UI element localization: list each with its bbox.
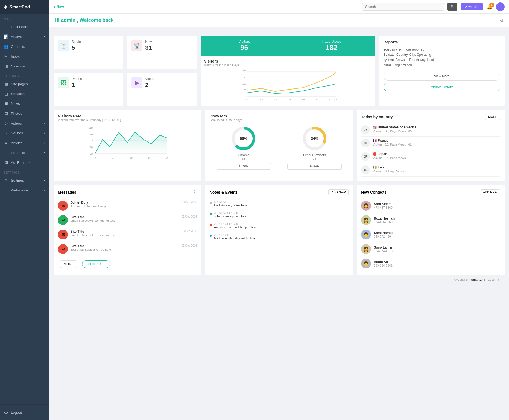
sidebar-item-calendar[interactable]: ▦ Calendar — [0, 61, 49, 71]
svg-text:2.5: 2.5 — [90, 152, 94, 155]
welcome-bar: Hi admin , Welcome back ⚙ — [49, 14, 509, 27]
contact-5: 👨 Adam Ali 589-234-2342 — [361, 256, 500, 271]
website-button[interactable]: ↗ website — [461, 3, 483, 10]
inbox-icon: ✉ — [4, 54, 8, 58]
reports-title: Reports — [384, 40, 500, 44]
compose-button[interactable]: COMPOSE — [82, 260, 110, 268]
sidebar-label-articles: Articles — [11, 141, 23, 145]
msg-date-2: 03 Dec 2016 — [182, 215, 197, 218]
notes-add-new-button[interactable]: ADD NEW — [328, 189, 349, 195]
notifications-bell[interactable]: 🔔 17 — [487, 4, 493, 10]
sidebar-item-photos[interactable]: ▨ Photos — [0, 108, 49, 118]
chrome-donut-svg: 66% — [230, 125, 257, 152]
country-fr: FR 🇫🇷 France Visitors : 20, Page Views :… — [361, 137, 500, 150]
sidebar-item-inbox[interactable]: ✉ Inbox — [0, 51, 49, 61]
country-jp: JP 🔴 Japan Visitors : 14, Page Views : 1… — [361, 150, 500, 163]
country-card: Today by country MORE US 🇺🇸 United State… — [357, 110, 505, 181]
sidebar-label-services: Services — [11, 92, 25, 96]
sidebar-item-site-pages[interactable]: ▤ Site pages — [0, 79, 49, 89]
country-ie: IE 🇮🇪 Ireland Visitors : 9, Page Views :… — [361, 163, 500, 177]
svg-text:5.0: 5.0 — [90, 146, 94, 149]
sidebar-item-news[interactable]: ▣ News — [0, 99, 49, 108]
photos-stat-icon: 🖼 — [58, 77, 69, 88]
other-donut-svg: 34% — [301, 125, 328, 152]
services-icon: ◫ — [4, 91, 8, 96]
sidebar-label-settings: Settings — [11, 178, 24, 182]
visitors-rate-title: Visitors Rate — [58, 114, 197, 118]
sidebar-item-settings[interactable]: ⚙ Settings ▾ — [0, 175, 49, 185]
chrome-more-button[interactable]: MORE — [217, 163, 271, 170]
search-icon[interactable]: 🔍 — [447, 3, 457, 11]
note-body-1: 2017-12-01 I will store my notes here — [214, 201, 247, 207]
contacts-icon: 👥 — [4, 44, 8, 49]
sidebar-item-logout[interactable]: ⏻ Logout — [0, 407, 49, 417]
sidebar-item-contacts[interactable]: 👥 Contacts — [0, 42, 49, 51]
logo[interactable]: ◈ SmartEnd — [0, 0, 49, 14]
visitors-stat-value: 96 — [206, 43, 282, 52]
search-container — [362, 3, 444, 11]
services-stat-card: 🍸 Services 5 — [54, 36, 123, 69]
country-more-button[interactable]: MORE — [485, 114, 500, 120]
analytics-arrow: ▾ — [44, 35, 45, 38]
msg-avatar-4: ✉ — [58, 244, 68, 254]
sidebar-label-webmaster: Webmaster — [11, 188, 29, 192]
contacts-add-new-button[interactable]: ADD NEW — [480, 189, 500, 195]
topbar: + New 🔍 ↗ website 🔔 17 — [49, 0, 509, 14]
services-stat-label: Services — [72, 40, 84, 44]
sidebar-label-ad-banners: Ad. Banners — [11, 161, 31, 165]
photos-icon: ▨ — [4, 111, 8, 116]
videos-icon: ▷ — [4, 121, 8, 125]
sidebar-item-analytics[interactable]: 📊 Analytics ▾ — [0, 32, 49, 42]
welcome-heading: Hi admin , Welcome back — [55, 17, 114, 23]
view-more-button[interactable]: View More — [384, 72, 500, 81]
note-body-3: 2017-12-03 17:12:00 An future event will… — [214, 223, 257, 229]
webmaster-arrow: ▾ — [44, 189, 45, 192]
country-info-fr: 🇫🇷 France Visitors : 20, Page Views : 62 — [373, 139, 412, 146]
sidebar-item-webmaster[interactable]: ↔ Webmaster ▾ — [0, 185, 49, 195]
contact-phone-2: 684-456-8269 — [374, 220, 395, 224]
msg-name-3: Site Title — [71, 230, 179, 233]
other-more-button[interactable]: MORE — [287, 163, 342, 170]
svg-text:7.5: 7.5 — [90, 139, 94, 142]
note-body-2: 2017-12-03 17:12:00 Johan meeting on fut… — [214, 212, 247, 218]
sidebar-item-products[interactable]: ⊡ Products ▾ — [0, 148, 49, 158]
username-text: admin — [61, 17, 75, 23]
services-stat-icon: 🍸 — [58, 40, 69, 51]
sidebar-item-sounds[interactable]: ♪ Sounds ▾ — [0, 128, 49, 138]
msg-name-2: Site Title — [71, 215, 179, 219]
scroll-top-icon[interactable]: ↑ — [498, 278, 499, 281]
contact-info-3: Sami Hamed 749-372-4564 — [374, 231, 393, 238]
messages-menu-icon[interactable]: ⋮ — [192, 189, 197, 195]
sidebar-label-contacts: Contacts — [11, 45, 25, 49]
sidebar-label-products: Products — [11, 151, 25, 155]
page-settings-icon[interactable]: ⚙ — [500, 18, 504, 23]
news-stat-label: News — [145, 40, 153, 44]
sidebar-item-articles[interactable]: ≡ Articles ▾ — [0, 138, 49, 148]
svg-text:50: 50 — [244, 89, 247, 91]
welcome-message-text: , Welcome back — [77, 17, 114, 23]
videos-stat-value: 2 — [145, 81, 155, 88]
sidebar-item-dashboard[interactable]: ⊞ Dashboard — [0, 22, 49, 32]
msg-subject-4: Test email Subject will be here — [71, 248, 179, 251]
new-button[interactable]: + New — [54, 5, 64, 9]
messages-more-button[interactable]: MORE — [58, 260, 79, 268]
sidebar-item-videos[interactable]: ▷ Videos ▾ — [0, 118, 49, 128]
sidebar-item-services[interactable]: ◫ Services — [0, 89, 49, 99]
sidebar-item-ad-banners[interactable]: ◪ Ad. Banners — [0, 158, 49, 167]
notes-header: Notes & Events ADD NEW — [210, 189, 349, 195]
contact-4: 👩 Soso Lamen 324-674-4578 — [361, 242, 500, 256]
contact-name-2: Roza Hesham — [374, 217, 395, 220]
country-name-jp: 🔴 Japan — [373, 152, 412, 156]
visitors-stat-label: Visitors — [206, 39, 282, 43]
search-input[interactable] — [362, 3, 444, 11]
photos-stat-card: 🖼 Photos 1 — [54, 73, 123, 106]
visitors-chart-subtitle: Visitors for the last 7 Days — [204, 63, 372, 67]
sidebar-label-site-pages: Site pages — [11, 82, 28, 86]
sounds-arrow: ▾ — [44, 132, 45, 135]
msg-name-4: Site Title — [71, 244, 179, 248]
note-4: 2017-12-08 My task on that day will be h… — [210, 231, 349, 242]
visitors-history-button[interactable]: Visitors History — [384, 83, 500, 91]
videos-arrow: ▾ — [44, 122, 45, 125]
user-avatar[interactable] — [496, 2, 505, 11]
sidebar-label-news: News — [11, 102, 20, 106]
